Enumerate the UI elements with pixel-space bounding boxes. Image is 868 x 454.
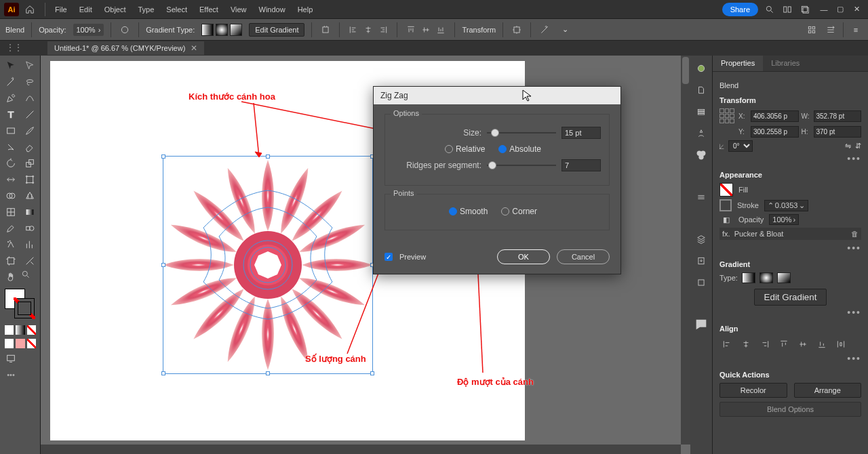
w-input[interactable] bbox=[814, 110, 862, 122]
maximize-icon[interactable]: ▢ bbox=[833, 3, 848, 16]
grad-linear-swatch[interactable] bbox=[742, 272, 755, 283]
draw-behind[interactable] bbox=[16, 339, 24, 348]
arrange-docs-icon[interactable] bbox=[799, 3, 811, 16]
horizontal-scrollbar[interactable] bbox=[41, 445, 681, 454]
shaper-tool-icon[interactable] bbox=[2, 140, 20, 154]
distribute-h-btn[interactable] bbox=[833, 337, 848, 352]
type-tool-icon[interactable] bbox=[2, 107, 20, 122]
blend-options-button[interactable]: Blend Options bbox=[719, 402, 861, 417]
search-icon[interactable] bbox=[764, 3, 776, 16]
menu-select[interactable]: Select bbox=[161, 3, 193, 16]
rotate-tool-icon[interactable] bbox=[2, 156, 20, 171]
opacity-input[interactable]: 100%› bbox=[769, 214, 799, 225]
recolor-icon[interactable] bbox=[118, 23, 132, 37]
lasso-tool-icon[interactable] bbox=[21, 75, 39, 89]
asset-export-panel-icon[interactable] bbox=[694, 253, 709, 268]
curvature-tool-icon[interactable] bbox=[21, 91, 39, 106]
preview-checkbox[interactable]: ✓ bbox=[384, 253, 393, 261]
cancel-button[interactable]: Cancel bbox=[557, 249, 610, 264]
menu-object[interactable]: Object bbox=[99, 3, 132, 16]
transform-label[interactable]: Transform bbox=[462, 26, 496, 34]
edit-gradient-button[interactable]: Edit Gradient bbox=[249, 23, 304, 37]
artboard-tool-icon[interactable] bbox=[2, 253, 20, 268]
menu-help[interactable]: Help bbox=[292, 3, 319, 16]
stroke-chip[interactable] bbox=[719, 199, 732, 211]
screen-mode-icon[interactable] bbox=[2, 351, 20, 366]
appearance-more-icon[interactable]: ••• bbox=[719, 243, 861, 253]
align-top-icon[interactable] bbox=[404, 23, 418, 37]
relative-radio[interactable]: Relative bbox=[445, 144, 485, 154]
vertical-scrollbar[interactable] bbox=[681, 56, 690, 445]
artboards-panel-icon[interactable] bbox=[694, 275, 709, 290]
fill-stroke-indicator[interactable] bbox=[2, 289, 39, 323]
isolate2-icon[interactable] bbox=[510, 23, 524, 37]
align-hcenter-icon[interactable] bbox=[361, 23, 375, 37]
pen-tool-icon[interactable] bbox=[2, 91, 20, 106]
align-left-icon[interactable] bbox=[347, 23, 360, 37]
wand-icon[interactable] bbox=[538, 23, 551, 37]
align-vcenter-btn[interactable] bbox=[795, 337, 810, 352]
share-button[interactable]: Share bbox=[722, 3, 758, 16]
smooth-radio[interactable]: Smooth bbox=[449, 207, 488, 216]
column-graph-tool-icon[interactable] bbox=[21, 237, 39, 252]
flip-h-icon[interactable]: ⇋ bbox=[845, 142, 851, 150]
panel-menu-icon[interactable]: ≡ bbox=[849, 23, 863, 37]
grid-icon[interactable] bbox=[805, 23, 818, 37]
color-mode-color[interactable] bbox=[5, 325, 14, 335]
direct-selection-tool-icon[interactable] bbox=[21, 58, 39, 73]
x-input[interactable] bbox=[751, 110, 799, 122]
transform-more-icon[interactable]: ••• bbox=[719, 153, 861, 164]
fx-row[interactable]: fx. Pucker & Bloat 🗑 bbox=[719, 228, 861, 240]
blend-tool-icon[interactable] bbox=[21, 221, 39, 236]
radial-gradient-swatch[interactable] bbox=[216, 24, 228, 36]
line-tool-icon[interactable] bbox=[21, 107, 39, 122]
symbol-sprayer-tool-icon[interactable] bbox=[2, 237, 20, 252]
isolate-icon[interactable] bbox=[319, 23, 332, 37]
snap-icon[interactable] bbox=[824, 23, 837, 37]
linear-gradient-swatch[interactable] bbox=[201, 24, 214, 36]
align-right-icon[interactable] bbox=[376, 23, 390, 37]
align-hcenter-btn[interactable] bbox=[738, 337, 753, 352]
minimize-icon[interactable]: — bbox=[816, 3, 831, 16]
align-right-btn[interactable] bbox=[757, 337, 772, 352]
y-input[interactable] bbox=[751, 126, 799, 138]
menu-edit[interactable]: Edit bbox=[74, 3, 98, 16]
clover-panel-icon[interactable] bbox=[694, 148, 709, 163]
zoom-tool-icon[interactable] bbox=[21, 270, 39, 285]
align-more-icon[interactable]: ••• bbox=[719, 353, 861, 364]
home-icon[interactable] bbox=[23, 3, 37, 16]
mesh-tool-icon[interactable] bbox=[2, 205, 20, 220]
layers-panel-icon[interactable] bbox=[694, 232, 709, 247]
align-bottom-icon[interactable] bbox=[434, 23, 448, 37]
symbols-panel-icon[interactable] bbox=[694, 126, 709, 141]
hand-tool-icon[interactable] bbox=[2, 270, 20, 285]
tab-close-icon[interactable]: ✕ bbox=[191, 43, 197, 53]
scale-tool-icon[interactable] bbox=[21, 156, 39, 171]
size-slider[interactable] bbox=[487, 128, 556, 138]
ridges-slider[interactable] bbox=[487, 161, 556, 170]
edit-toolbar-icon[interactable]: ••• bbox=[2, 367, 20, 382]
fill-chip[interactable] bbox=[719, 183, 733, 197]
h-input[interactable] bbox=[814, 126, 862, 138]
size-input[interactable] bbox=[561, 127, 601, 139]
grad-radial-swatch[interactable] bbox=[760, 272, 773, 283]
close-icon[interactable]: ✕ bbox=[849, 3, 864, 16]
magic-wand-tool-icon[interactable] bbox=[2, 75, 20, 89]
flip-v-icon[interactable]: ⇵ bbox=[855, 142, 861, 150]
paintbrush-tool-icon[interactable] bbox=[21, 123, 39, 138]
stroke-weight[interactable]: ⌃0.0353⌄ bbox=[764, 200, 809, 211]
reference-point[interactable] bbox=[719, 108, 734, 123]
color-mode-none[interactable] bbox=[27, 325, 36, 335]
brushes-panel-icon[interactable] bbox=[694, 104, 709, 119]
draw-inside[interactable] bbox=[27, 339, 36, 348]
comments-panel-icon[interactable] bbox=[694, 317, 709, 332]
width-tool-icon[interactable] bbox=[2, 172, 20, 187]
align-left-btn[interactable] bbox=[719, 337, 734, 352]
selection-tool-icon[interactable] bbox=[2, 58, 20, 73]
ridges-input[interactable] bbox=[561, 159, 601, 171]
ok-button[interactable]: OK bbox=[497, 249, 550, 264]
menu-file[interactable]: File bbox=[50, 3, 73, 16]
stroke-swatch[interactable] bbox=[14, 298, 35, 318]
opacity-field[interactable]: 100%› bbox=[73, 24, 104, 36]
menu-window[interactable]: Window bbox=[254, 3, 291, 16]
